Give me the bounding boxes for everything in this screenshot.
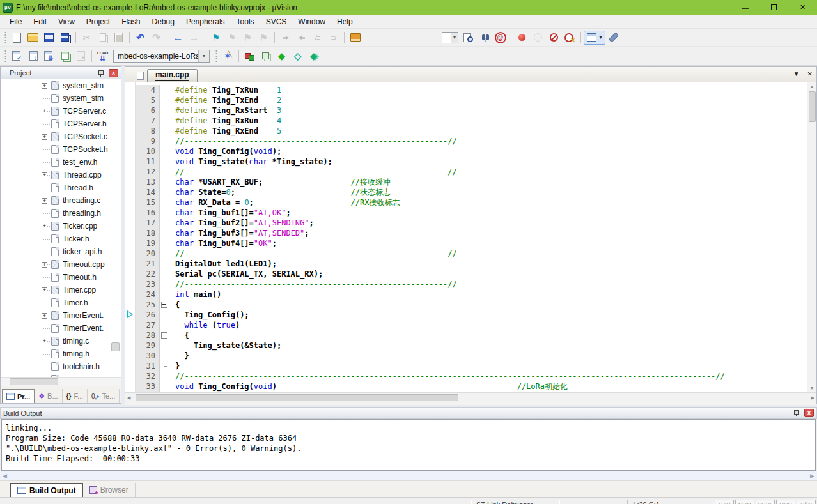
tree-item-test-env-h[interactable]: test_env.h — [1, 156, 121, 169]
search-combo[interactable]: ▾ — [442, 32, 458, 43]
scroll-left-icon[interactable]: ◀ — [127, 394, 130, 401]
tree-item-threading-h[interactable]: threading.h — [1, 207, 121, 220]
expand-plus-icon[interactable]: + — [42, 287, 47, 293]
toolbar-grip[interactable] — [214, 50, 218, 63]
tree-item-timer-cpp[interactable]: +Timer.cpp — [1, 284, 121, 296]
redo-icon[interactable] — [148, 31, 164, 45]
code-line-11[interactable]: 11void Ting_state(char *Ting_state); — [136, 157, 816, 167]
tree-item-timeout-cpp[interactable]: +Timeout.cpp — [1, 258, 121, 271]
tree-item-timing-c[interactable]: +timing.c — [1, 335, 121, 347]
project-close-button[interactable]: x — [109, 69, 118, 77]
code-line-9[interactable]: 9//-------------------------------------… — [136, 136, 816, 146]
nav-back-icon[interactable] — [170, 31, 186, 45]
bookmark-next-icon[interactable] — [224, 31, 240, 45]
code-area[interactable]: 4#define Ting_TxRun 15#define Ting_TxEnd… — [125, 82, 816, 392]
expand-plus-icon[interactable]: + — [42, 109, 47, 114]
tree-item-tcpsocket-c[interactable]: +TCPSocket.c — [1, 130, 121, 143]
copy-icon[interactable] — [95, 31, 111, 45]
tree-item-system-stm[interactable]: +system_stm — [1, 79, 121, 92]
code-line-6[interactable]: 6#define Ting_RxStart 3 — [136, 105, 816, 116]
tree-item-timer-h[interactable]: Timer.h — [1, 296, 121, 309]
save-icon[interactable] — [41, 31, 57, 45]
menu-svcs[interactable]: SVCS — [260, 15, 293, 28]
editor-vscrollbar-thumb[interactable] — [809, 91, 816, 122]
editor-left-margin[interactable] — [125, 82, 136, 392]
code-line-19[interactable]: 19char Ting_buf4[]="OK"; — [136, 238, 816, 248]
code-line-15[interactable]: 15char RX_Data = 0; //RX接收标志 — [136, 197, 816, 208]
manage-rte-icon[interactable] — [274, 49, 290, 63]
tree-item-tcpsocket-h[interactable]: TCPSocket.h — [1, 143, 121, 156]
code-line-18[interactable]: 18char Ting_buf3[]="AT,SENDED"; — [136, 228, 816, 238]
tree-item-tcpserver-c[interactable]: +TCPServer.c — [1, 105, 121, 118]
panel-tab-te[interactable]: 0,Te... — [88, 389, 120, 403]
manage-components-icon[interactable] — [242, 49, 258, 63]
panel-tab-b[interactable]: ❖B... — [35, 389, 62, 403]
project-tree-hscrollbar-thumb[interactable] — [10, 378, 58, 385]
select-packs-icon[interactable] — [290, 49, 306, 63]
expand-plus-icon[interactable]: + — [42, 83, 47, 89]
tree-item-timeout-h[interactable]: Timeout.h — [1, 271, 121, 284]
code-line-33[interactable]: 33void Ting_Config(void) //LoRa初始化 — [136, 381, 816, 392]
bookmark-icon[interactable] — [208, 31, 224, 45]
menu-window[interactable]: Window — [292, 15, 331, 28]
download-icon[interactable] — [95, 49, 111, 63]
tree-item-timing-h[interactable]: timing.h — [1, 347, 121, 360]
tree-item-tcpserver-h[interactable]: TCPServer.h — [1, 118, 121, 130]
expand-plus-icon[interactable]: + — [42, 198, 47, 204]
code-line-24[interactable]: 24int main() — [136, 289, 816, 300]
code-line-8[interactable]: 8#define Ting_RxEnd 5 — [136, 126, 816, 136]
outdent-icon[interactable] — [293, 31, 309, 45]
batch-build-icon[interactable] — [57, 49, 73, 63]
code-line-26[interactable]: 26 Ting_Config(); — [136, 310, 816, 320]
tab-close-icon[interactable]: ✕ — [807, 70, 813, 77]
tree-item-threading-c[interactable]: +threading.c — [1, 194, 121, 207]
fold-marker[interactable] — [160, 330, 169, 340]
tree-item-ticker-api-h[interactable]: ticker_api.h — [1, 245, 121, 258]
code-line-31[interactable]: 31} — [136, 361, 816, 371]
bottom-tab-browser[interactable]: Browser — [83, 483, 136, 497]
code-line-10[interactable]: 10void Ting_Config(void); — [136, 146, 816, 157]
open-folder-icon[interactable] — [25, 31, 41, 45]
build-close-button[interactable]: x — [804, 409, 814, 417]
code-line-23[interactable]: 23//------------------------------------… — [136, 279, 816, 289]
target-options-icon[interactable] — [220, 49, 236, 63]
bookmark-clear-icon[interactable] — [256, 31, 272, 45]
window-select-icon[interactable] — [584, 31, 605, 45]
restore-button[interactable] — [759, 0, 788, 15]
tree-item-timerevent-[interactable]: +TimerEvent. — [1, 309, 121, 322]
expand-plus-icon[interactable]: + — [42, 224, 47, 229]
breakpoint-enable-icon[interactable] — [530, 31, 546, 45]
scroll-down-icon[interactable]: ▼ — [810, 385, 814, 392]
breakpoint-icon[interactable] — [514, 31, 530, 45]
menu-edit[interactable]: Edit — [27, 15, 52, 28]
menu-debug[interactable]: Debug — [146, 15, 180, 28]
expand-plus-icon[interactable]: + — [42, 172, 47, 178]
pack-installer-icon[interactable] — [306, 49, 322, 63]
toolbar-grip[interactable] — [3, 50, 7, 63]
code-line-12[interactable]: 12//------------------------------------… — [136, 167, 816, 177]
toolbar-grip[interactable] — [3, 31, 7, 44]
code-line-7[interactable]: 7#define Ting_RxRun 4 — [136, 116, 816, 126]
code-line-25[interactable]: 25{ — [136, 300, 816, 310]
nav-forward-icon[interactable] — [186, 31, 202, 45]
new-file-icon[interactable] — [9, 31, 25, 45]
uncomment-icon[interactable] — [325, 31, 341, 45]
code-line-28[interactable]: 28 { — [136, 330, 816, 340]
cut-icon[interactable] — [79, 31, 95, 45]
code-line-4[interactable]: 4#define Ting_TxRun 1 — [136, 85, 816, 95]
code-line-22[interactable]: 22Serial pc(SERIAL_TX, SERIAL_RX); — [136, 269, 816, 279]
panel-tab-pr[interactable]: Pr... — [2, 389, 35, 403]
tree-item-thread-h[interactable]: Thread.h — [1, 181, 121, 194]
editor-vscrollbar[interactable]: ▲ ▼ — [807, 82, 816, 392]
tab-list-dropdown-icon[interactable]: ▼ — [793, 70, 800, 77]
fold-marker[interactable] — [160, 300, 169, 310]
browse-ref-icon[interactable] — [476, 31, 492, 45]
menu-file[interactable]: File — [4, 15, 27, 28]
find-in-files-icon[interactable] — [460, 31, 476, 45]
code-line-16[interactable]: 16char Ting_buf1[]="AT,OK"; — [136, 208, 816, 218]
save-all-icon[interactable] — [57, 31, 73, 45]
expand-plus-icon[interactable]: + — [42, 339, 47, 344]
code-line-5[interactable]: 5#define Ting_TxEnd 2 — [136, 95, 816, 105]
rebuild-icon[interactable] — [41, 49, 57, 63]
build-output-text[interactable]: linking...Program Size: Code=45688 RO-da… — [1, 419, 816, 471]
